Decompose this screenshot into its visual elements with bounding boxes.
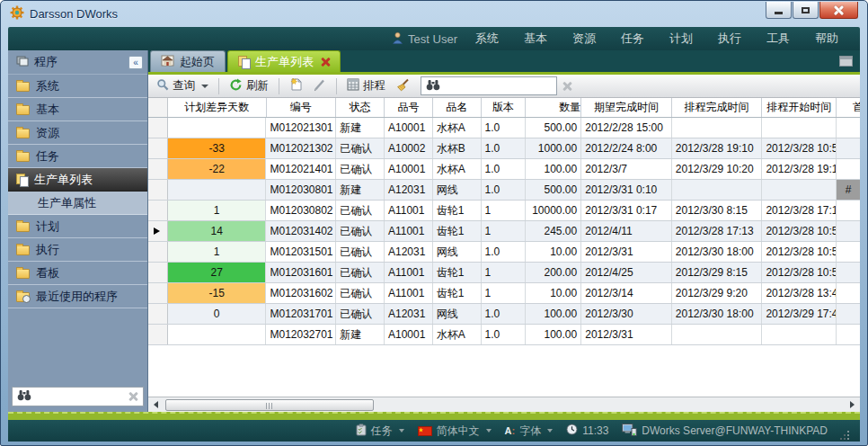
cell-version[interactable]: 1.0 — [482, 180, 527, 200]
cell-plan-diff-days[interactable]: 0 — [168, 304, 267, 324]
cell-partial[interactable] — [837, 138, 860, 158]
cell-sched-finish[interactable]: 2012/3/28 17:13 — [672, 221, 763, 241]
cell-code[interactable]: M012031402 — [266, 221, 336, 241]
cell-sched-finish[interactable] — [672, 118, 763, 138]
cell-version[interactable]: 1 — [482, 283, 527, 303]
sidebar-collapse-button[interactable]: « — [128, 56, 143, 69]
cell-partial[interactable] — [837, 283, 860, 303]
cell-plan-diff-days[interactable] — [168, 118, 267, 138]
cell-expected-finish[interactable]: 2012/3/31 — [581, 325, 672, 344]
table-row[interactable]: 1 M012031501 已确认 A12031 网线 1.0 10.00 201… — [148, 242, 860, 263]
cell-item-no[interactable]: A10001 — [385, 118, 433, 138]
column-header-item-name[interactable]: 品名 — [433, 98, 482, 117]
column-header-partial[interactable]: 首 — [837, 98, 860, 117]
cell-plan-diff-days[interactable]: 1 — [168, 242, 267, 262]
cell-code[interactable]: M012031701 — [266, 304, 336, 324]
cell-expected-finish[interactable]: 2012/2/24 8:00 — [581, 138, 672, 158]
cell-status[interactable]: 已确认 — [336, 201, 385, 220]
column-header-plan-diff-days[interactable]: 计划差异天数 — [168, 98, 267, 117]
row-selector-cell[interactable] — [148, 180, 168, 200]
menu-item[interactable]: 帮助 — [802, 27, 851, 50]
sidebar-item[interactable]: 计划 — [8, 215, 147, 238]
cell-partial[interactable] — [837, 263, 860, 282]
tab-close-icon[interactable] — [321, 58, 330, 67]
cell-expected-finish[interactable]: 2012/3/31 — [581, 242, 672, 262]
cell-sched-start[interactable]: 2012/3/28 13:40 — [762, 283, 837, 303]
minimize-button[interactable] — [766, 2, 792, 19]
column-header-qty[interactable]: 数量 — [526, 98, 581, 117]
cell-sched-finish[interactable]: 2012/3/28 19:10 — [672, 138, 763, 158]
edit-button[interactable] — [310, 76, 329, 96]
column-header-sched-finish[interactable]: 排程完成时间 — [672, 98, 763, 117]
cell-partial[interactable] — [837, 242, 860, 262]
cell-code[interactable]: M012021302 — [266, 138, 336, 158]
cell-expected-finish[interactable]: 2012/4/11 — [581, 221, 672, 241]
cell-partial[interactable] — [837, 159, 860, 179]
cell-qty[interactable]: 10.00 — [526, 242, 581, 262]
cell-sched-start[interactable]: 2012/3/29 17:46 — [762, 304, 837, 324]
horizontal-scrollbar[interactable] — [148, 397, 860, 412]
cell-item-name[interactable]: 齿轮1 — [433, 221, 482, 241]
cell-code[interactable]: M012031602 — [266, 283, 336, 303]
cell-sched-start[interactable] — [762, 180, 837, 200]
scrollbar-thumb[interactable] — [165, 399, 374, 411]
cell-code[interactable]: M012031501 — [266, 242, 336, 262]
cell-partial[interactable] — [837, 201, 860, 220]
cell-version[interactable]: 1.0 — [482, 304, 527, 324]
row-selector-cell[interactable] — [148, 304, 168, 324]
cell-item-no[interactable]: A10001 — [385, 159, 433, 179]
table-row[interactable]: -15 M012031602 已确认 A11001 齿轮1 1 10.00 20… — [148, 283, 860, 304]
menu-item[interactable]: 资源 — [560, 27, 608, 50]
cell-item-name[interactable]: 水杯A — [433, 159, 482, 179]
title-bar[interactable]: Darsson DWorks — [8, 1, 860, 27]
cell-item-name[interactable]: 水杯A — [433, 118, 482, 138]
menu-item[interactable]: 任务 — [608, 27, 657, 50]
cell-plan-diff-days[interactable]: -33 — [168, 138, 267, 158]
cell-status[interactable]: 已确认 — [336, 263, 385, 282]
cell-sched-finish[interactable]: 2012/3/29 8:15 — [672, 263, 763, 282]
table-row[interactable]: 0 M012031701 已确认 A12031 网线 1.0 100.00 20… — [148, 304, 860, 325]
cell-item-no[interactable]: A11001 — [385, 263, 433, 282]
table-row[interactable]: 14 M012031402 已确认 A11001 齿轮1 1 245.00 20… — [148, 221, 860, 242]
cell-qty[interactable]: 10000.00 — [526, 201, 581, 220]
cell-item-no[interactable]: A11001 — [385, 201, 433, 220]
cell-item-name[interactable]: 水杯B — [433, 138, 482, 158]
cell-code[interactable]: M012021401 — [266, 159, 336, 179]
cell-qty[interactable]: 100.00 — [526, 325, 581, 344]
cell-qty[interactable]: 500.00 — [526, 180, 581, 200]
cell-sched-start[interactable]: 2012/3/28 10:52 — [762, 263, 837, 282]
cell-status[interactable]: 已确认 — [336, 159, 385, 179]
sidebar-item[interactable]: 看板 — [8, 262, 147, 285]
cell-item-no[interactable]: A11001 — [385, 221, 433, 241]
cell-sched-start[interactable]: 2012/3/28 17:13 — [762, 201, 837, 220]
cell-sched-finish[interactable]: 2012/3/30 18:00 — [672, 304, 763, 324]
cell-status[interactable]: 已确认 — [336, 304, 385, 324]
row-selector-cell[interactable] — [148, 138, 168, 158]
cell-version[interactable]: 1.0 — [482, 138, 527, 158]
cell-status[interactable]: 新建 — [336, 180, 385, 200]
cell-item-name[interactable]: 网线 — [433, 304, 482, 324]
cell-item-no[interactable]: A10001 — [385, 325, 433, 344]
column-header-sched-start[interactable]: 排程开始时间 — [762, 98, 837, 117]
cell-plan-diff-days[interactable]: 27 — [168, 263, 267, 282]
sidebar-search-clear-icon[interactable] — [128, 391, 138, 402]
cell-item-no[interactable]: A12031 — [385, 180, 433, 200]
new-button[interactable] — [287, 76, 306, 96]
row-selector-cell[interactable] — [148, 201, 168, 220]
cell-partial[interactable] — [837, 325, 860, 344]
row-selector-cell[interactable] — [148, 242, 168, 262]
cell-plan-diff-days[interactable]: -15 — [168, 283, 267, 303]
current-user[interactable]: Test User — [392, 31, 463, 47]
cell-partial[interactable] — [837, 304, 860, 324]
row-selector-cell[interactable] — [148, 325, 168, 344]
row-selector-cell[interactable] — [148, 118, 168, 138]
cell-qty[interactable]: 500.00 — [526, 118, 581, 138]
cell-expected-finish[interactable]: 2012/3/7 — [581, 159, 672, 179]
column-header-status[interactable]: 状态 — [336, 98, 385, 117]
sidebar-item[interactable]: 任务 — [8, 145, 147, 168]
sidebar-item[interactable]: 生产单列表 — [8, 168, 147, 192]
cell-expected-finish[interactable]: 2012/4/25 — [581, 263, 672, 282]
column-header-version[interactable]: 版本 — [482, 98, 527, 117]
table-row[interactable]: 27 M012031601 已确认 A11001 齿轮1 1 200.00 20… — [148, 263, 860, 283]
cell-plan-diff-days[interactable]: -22 — [168, 159, 267, 179]
